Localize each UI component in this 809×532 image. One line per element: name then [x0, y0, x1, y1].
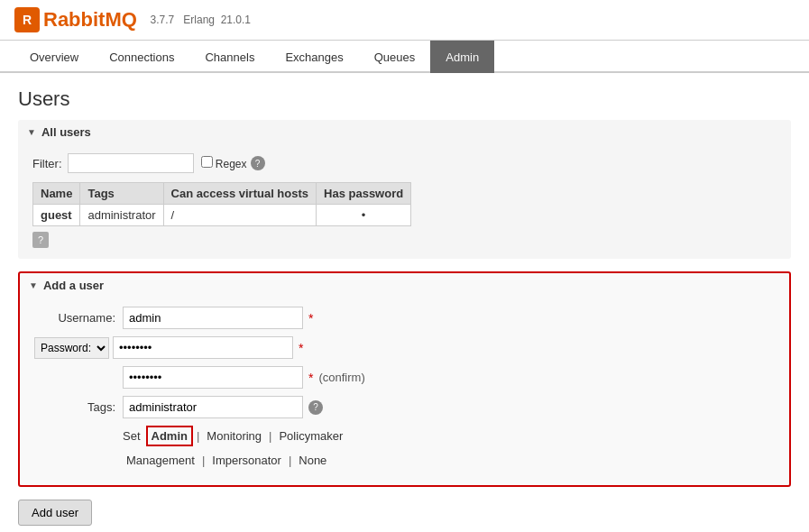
user-tags-cell: administrator: [80, 205, 163, 226]
col-name: Name: [33, 183, 80, 205]
main-content: Users ▼ All users Filter: Regex ? Name T…: [0, 73, 809, 532]
tags-label: Tags:: [34, 400, 115, 414]
nav: Overview Connections Channels Exchanges …: [0, 41, 809, 73]
filter-input[interactable]: [68, 153, 194, 173]
logo: R RabbitMQ 3.7.7 Erlang 21.0.1: [14, 7, 251, 32]
set-label: Set: [123, 429, 141, 443]
table-row: guest administrator / •: [33, 205, 411, 226]
regex-checkbox[interactable]: [201, 156, 213, 168]
nav-overview[interactable]: Overview: [14, 41, 94, 73]
tag-management-link[interactable]: Management: [123, 452, 198, 469]
set-tag-row2: Management | Impersonator | None: [34, 452, 775, 469]
page-title: Users: [18, 87, 791, 111]
regex-label[interactable]: Regex: [201, 156, 247, 170]
logo-icon: R: [14, 7, 40, 32]
password-input[interactable]: [113, 336, 293, 359]
nav-exchanges[interactable]: Exchanges: [270, 41, 358, 73]
add-user-button[interactable]: Add user: [18, 500, 92, 526]
header: R RabbitMQ 3.7.7 Erlang 21.0.1: [0, 0, 809, 41]
logo-mq: MQ: [105, 8, 136, 31]
add-user-section: ▼ Add a user Username: * Password: *: [18, 271, 791, 487]
all-users-body: Filter: Regex ? Name Tags Can access vir…: [18, 144, 791, 259]
tags-input[interactable]: [123, 396, 303, 418]
erlang-version: 21.0.1: [221, 14, 251, 26]
sep3: |: [202, 454, 205, 467]
users-table: Name Tags Can access virtual hosts Has p…: [32, 182, 411, 226]
confirm-password-row: * (confirm): [34, 366, 775, 389]
nav-admin[interactable]: Admin: [430, 41, 494, 73]
logo-text: RabbitMQ: [43, 8, 137, 32]
tags-help-button[interactable]: ?: [308, 400, 323, 415]
add-user-header[interactable]: ▼ Add a user: [20, 273, 789, 298]
username-label: Username:: [34, 311, 115, 325]
logo-icon-text: R: [23, 13, 32, 27]
all-users-header[interactable]: ▼ All users: [18, 120, 791, 144]
user-name-cell[interactable]: guest: [33, 205, 80, 226]
password-required: *: [299, 341, 303, 355]
nav-channels[interactable]: Channels: [189, 41, 270, 73]
filter-row: Filter: Regex ?: [32, 153, 777, 173]
sep1: |: [197, 429, 199, 443]
tag-policymaker-link[interactable]: Policymaker: [275, 427, 346, 445]
filter-help-button[interactable]: ?: [251, 156, 265, 170]
confirm-password-input[interactable]: [123, 366, 303, 389]
all-users-arrow: ▼: [27, 127, 36, 137]
confirm-required: *: [308, 371, 313, 385]
all-users-title: All users: [41, 125, 91, 139]
username-required: *: [308, 311, 313, 326]
user-vhosts-cell: /: [163, 205, 316, 226]
add-user-title: Add a user: [43, 279, 104, 292]
tag-monitoring-link[interactable]: Monitoring: [203, 427, 265, 445]
add-user-arrow: ▼: [29, 280, 38, 290]
add-user-body: Username: * Password: * * (confirm): [20, 298, 789, 485]
nav-connections[interactable]: Connections: [94, 41, 189, 73]
tag-admin-link[interactable]: Admin: [146, 426, 193, 446]
all-users-section: ▼ All users Filter: Regex ? Name Tags Ca…: [18, 120, 791, 259]
version-info: 3.7.7 Erlang 21.0.1: [144, 14, 251, 26]
username-row: Username: *: [34, 307, 775, 329]
tag-none-link[interactable]: None: [295, 452, 330, 469]
version-number: 3.7.7: [151, 14, 175, 26]
tag-impersonator-link[interactable]: Impersonator: [208, 452, 285, 469]
col-password: Has password: [317, 183, 411, 205]
username-input[interactable]: [123, 307, 303, 329]
tags-row: Tags: ?: [34, 396, 775, 418]
col-tags: Tags: [80, 183, 163, 205]
nav-queues[interactable]: Queues: [359, 41, 431, 73]
col-vhosts: Can access virtual hosts: [163, 183, 316, 205]
user-password-cell: •: [317, 205, 411, 226]
erlang-label: Erlang: [183, 14, 215, 26]
password-row: Password: *: [34, 336, 775, 359]
logo-rabbit: Rabbit: [43, 8, 105, 31]
users-help-button[interactable]: ?: [32, 232, 49, 248]
filter-label: Filter:: [32, 157, 62, 170]
sep2: |: [269, 429, 271, 443]
confirm-text: (confirm): [318, 371, 364, 384]
sep4: |: [289, 454, 291, 467]
regex-text: Regex: [216, 158, 247, 170]
set-tag-row1: Set Admin | Monitoring | Policymaker: [34, 426, 775, 446]
password-type-select[interactable]: Password:: [34, 337, 109, 359]
